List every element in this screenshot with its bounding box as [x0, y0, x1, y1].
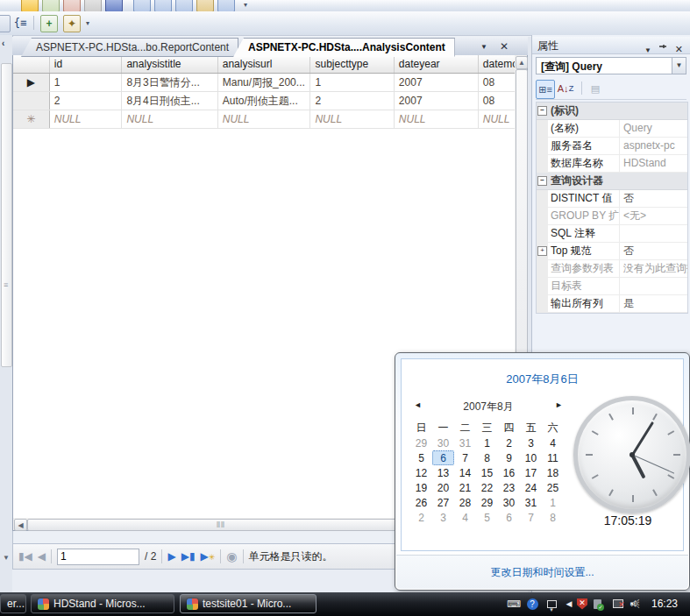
table-row[interactable]: ▶18月3日警情分...Manu/周报_200...1200708 [13, 74, 527, 92]
calendar-day[interactable]: 3 [432, 510, 454, 525]
calendar-day[interactable]: 14 [454, 465, 476, 480]
calendar-day[interactable]: 8 [476, 450, 498, 465]
last-record-button[interactable]: ▶▮ [181, 551, 196, 562]
security-shield-icon[interactable]: ✕ [575, 597, 589, 611]
grid-cell[interactable]: NULL [394, 110, 478, 129]
calendar-day[interactable]: 29 [476, 495, 498, 510]
column-header-subjecttype[interactable]: subjecttype [310, 55, 394, 74]
property-value[interactable]: 否 [620, 243, 687, 259]
grid-cell[interactable]: 8月4日刑侦主... [122, 92, 217, 110]
property-value[interactable]: 没有为此查询指 [620, 260, 687, 277]
auto-hide-pin-icon[interactable] [658, 40, 667, 58]
calendar-day[interactable]: 23 [498, 480, 520, 495]
calendar-day[interactable]: 7 [520, 510, 542, 525]
save-all-icon[interactable] [105, 0, 123, 12]
grid-cell[interactable]: 2 [310, 92, 394, 110]
grid-cell[interactable]: Manu/周报_200... [217, 74, 310, 92]
calendar-day[interactable]: 24 [520, 480, 542, 495]
property-row[interactable]: GROUP BY 扩<无> [537, 208, 687, 225]
left-strip-down-icon[interactable]: ▼ [3, 554, 10, 562]
calendar-day[interactable]: 30 [498, 495, 520, 510]
property-value[interactable]: aspnetx-pc [620, 138, 687, 154]
calendar-day[interactable]: 5 [476, 510, 498, 525]
calendar-day[interactable]: 1 [542, 495, 564, 510]
calendar-day[interactable]: 2 [410, 510, 432, 525]
alphabetical-sort-icon[interactable]: A↓Z [557, 80, 574, 97]
next-record-button[interactable]: ▶ [167, 551, 175, 562]
calendar-day[interactable]: 8 [542, 510, 564, 525]
new-query-icon[interactable]: ✦ [63, 15, 81, 32]
calendar-day[interactable]: 21 [454, 480, 476, 495]
property-row[interactable]: 查询参数列表没有为此查询指 [537, 260, 687, 278]
show-sql-pane-icon[interactable] [175, 0, 193, 12]
calendar-day[interactable]: 19 [410, 480, 432, 495]
calendar-day[interactable]: 4 [542, 435, 564, 450]
taskbar-button[interactable]: testsite01 - Micro... [180, 594, 317, 613]
first-record-button[interactable]: ▮◀ [18, 551, 32, 562]
grid-cell[interactable]: NULL [49, 110, 122, 129]
calendar-day[interactable]: 15 [476, 465, 498, 480]
tab-analysiscontent[interactable]: ASPNETX-PC.HDSta....AnalysisContent [233, 38, 455, 57]
calendar-day[interactable]: 7 [454, 450, 476, 465]
toolbar-overflow-icon[interactable]: ▾ [244, 2, 247, 8]
calendar-day[interactable]: 13 [432, 465, 454, 480]
data-grid[interactable]: idanalysistitleanalysisurlsubjecttypedat… [13, 55, 527, 129]
show-criteria-pane-icon[interactable] [154, 0, 172, 12]
property-value[interactable]: 否 [620, 190, 687, 207]
restore-window-tray-icon[interactable]: ▼ [544, 597, 558, 611]
tab-list-dropdown-icon[interactable]: ▼ [480, 43, 487, 51]
table-row[interactable]: ✳NULLNULLNULLNULLNULLNULL [13, 110, 527, 129]
calendar-day[interactable]: 18 [542, 465, 564, 480]
execute-icon[interactable] [217, 0, 235, 12]
column-header-analysisurl[interactable]: analysisurl [217, 55, 310, 74]
calendar-day[interactable]: 9 [498, 450, 520, 465]
calendar-day[interactable]: 3 [520, 435, 542, 450]
grid-cell[interactable]: 2007 [394, 92, 478, 110]
grid-cell[interactable]: NULL [217, 110, 310, 129]
stop-button[interactable]: ◉ [226, 550, 237, 563]
help-tray-icon[interactable]: ? [525, 597, 539, 611]
property-category[interactable]: −(标识) [537, 103, 687, 120]
property-row[interactable]: SQL 注释 [537, 225, 687, 243]
tab-reportcontent[interactable]: ASPNETX-PC.HDSta...bo.ReportContent [21, 38, 238, 57]
calendar-day[interactable]: 11 [542, 450, 564, 465]
property-row[interactable]: 服务器名aspnetx-pc [537, 138, 687, 155]
calendar-day[interactable]: 27 [432, 495, 454, 510]
open-folder-icon[interactable] [21, 0, 39, 12]
sql-pane-icon[interactable]: {≡ [12, 15, 28, 31]
calendar-day[interactable]: 1 [476, 435, 498, 450]
calendar-day[interactable]: 29 [410, 435, 432, 450]
calendar-day[interactable]: 31 [520, 495, 542, 510]
categorized-view-icon[interactable]: ⊞≡ [536, 80, 555, 99]
grid-cell[interactable]: 2007 [394, 74, 478, 92]
calendar-day[interactable]: 12 [410, 465, 432, 480]
calendar-day[interactable]: 6 [498, 510, 520, 525]
property-row[interactable]: DISTINCT 值否 [537, 190, 687, 208]
calendar-day[interactable]: 20 [432, 480, 454, 495]
volume-icon[interactable]: 🕬 [628, 597, 642, 611]
calendar-day[interactable]: 31 [454, 435, 476, 450]
save-icon[interactable] [84, 0, 102, 12]
calendar-day[interactable]: 25 [542, 480, 564, 495]
property-row[interactable]: (名称)Query [537, 120, 687, 138]
add-table-icon[interactable]: + [40, 15, 58, 32]
grid-cell[interactable]: 8月3日警情分... [122, 74, 217, 92]
column-header-id[interactable]: id [49, 55, 122, 74]
calendar-day[interactable]: 28 [454, 495, 476, 510]
property-row[interactable]: +Top 规范否 [537, 243, 687, 260]
show-diagram-pane-icon[interactable] [133, 0, 151, 12]
calendar-day[interactable]: 17 [520, 465, 542, 480]
property-value[interactable] [620, 225, 687, 242]
grid-cell[interactable]: 1 [310, 74, 394, 92]
calendar-day[interactable]: 10 [520, 450, 542, 465]
column-header-analysistitle[interactable]: analysistitle [122, 55, 217, 74]
network-status-icon[interactable]: ✕ [611, 597, 625, 611]
calendar-grid[interactable]: 日一二三四五六 29303112345678910111213141516171… [410, 421, 564, 525]
property-value[interactable]: 是 [620, 295, 687, 312]
property-value[interactable]: HDStand [620, 155, 687, 172]
properties-window-icon[interactable] [0, 15, 11, 32]
row-selector-header[interactable] [13, 55, 49, 74]
new-record-button[interactable]: ▶✳ [201, 551, 216, 562]
column-header-dateyear[interactable]: dateyear [394, 55, 478, 74]
taskbar-clock[interactable]: 16:23 [651, 598, 678, 610]
